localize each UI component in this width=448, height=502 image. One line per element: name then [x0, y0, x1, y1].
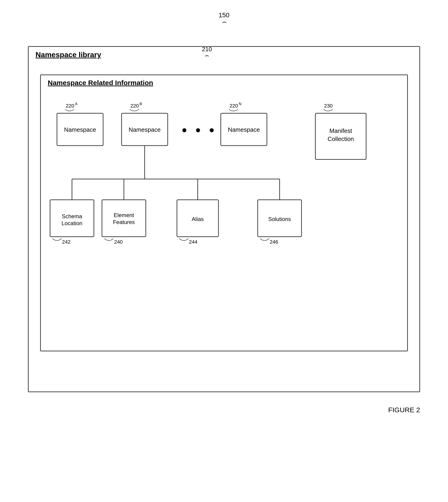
alias-label: Alias [192, 216, 204, 222]
arc-220a [65, 109, 74, 111]
ref-242: 242 [62, 239, 71, 245]
ref-210-arc: ⌢ [205, 53, 209, 58]
diagram-svg: 220 A Namespace 220 B Namespace [50, 101, 410, 308]
element-label-2: Features [113, 219, 135, 225]
namespace-related-box: Namespace Related Information 220 A Name… [40, 75, 408, 351]
schema-label-2: Location [62, 220, 83, 226]
page-container: 150 ⌢ Namespace library 210 ⌢ Namespace … [16, 9, 432, 471]
arc-220b [130, 109, 139, 111]
element-label-1: Element [114, 212, 134, 218]
schema-label-1: Schema [62, 213, 82, 219]
element-features-box [102, 200, 146, 237]
namespace-b-label: Namespace [129, 126, 161, 133]
ref-150-arc: ⌢ [222, 19, 226, 25]
ref-244: 244 [189, 239, 197, 245]
ref-220b-sub: B [140, 102, 142, 106]
manifest-label-2: Collection [328, 135, 354, 142]
arc-246 [260, 239, 269, 241]
ref-220n: 220 [229, 103, 238, 109]
arc-220n [229, 109, 238, 111]
dots: ● ● ● [182, 125, 217, 135]
namespace-n-label: Namespace [228, 126, 260, 133]
ref-220n-sub: N [239, 102, 241, 106]
arc-242 [52, 239, 62, 241]
namespace-related-label: Namespace Related Information [48, 79, 153, 87]
figure-label: FIGURE 2 [28, 406, 420, 414]
ref-220b: 220 [130, 103, 139, 109]
ref-220a-sub: A [75, 102, 78, 106]
solutions-label: Solutions [268, 216, 291, 222]
arc-230 [323, 109, 333, 111]
arc-240 [104, 239, 113, 241]
ref-220a: 220 [66, 103, 74, 109]
ref-230: 230 [324, 103, 333, 109]
manifest-label-1: Manifest [329, 127, 352, 134]
namespace-a-label: Namespace [64, 126, 96, 133]
arc-244 [179, 239, 189, 241]
ref-150-label: 150 ⌢ [219, 12, 229, 25]
figure-label-text: FIGURE 2 [388, 406, 420, 414]
ref-210-label: 210 ⌢ [202, 46, 212, 58]
ref-240: 240 [114, 239, 123, 245]
ref-246: 246 [270, 239, 278, 245]
namespace-library-box: Namespace library 210 ⌢ Namespace Relate… [28, 46, 420, 392]
namespace-library-label: Namespace library [35, 50, 101, 59]
